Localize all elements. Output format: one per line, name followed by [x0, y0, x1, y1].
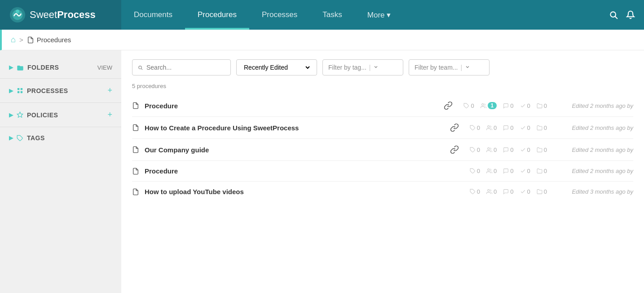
search-input[interactable]	[146, 64, 225, 71]
nav-more[interactable]: More ▾	[355, 0, 403, 30]
procedure-stats: 0 0 0 0 0	[470, 124, 547, 131]
comments-icon	[503, 103, 509, 109]
processes-expand-icon: ▶	[9, 88, 13, 94]
teams-icon	[486, 125, 492, 131]
comments-icon	[503, 189, 509, 195]
stat-comments: 0	[503, 124, 513, 131]
stat-comments: 0	[503, 188, 513, 195]
search-icon	[138, 64, 143, 71]
procedure-edited: Edited 3 months ago by	[552, 188, 633, 195]
stat-teams: 0	[486, 124, 497, 131]
filter-tag-dropdown[interactable]: Filter by tag... |	[322, 59, 403, 75]
procedure-edited: Edited 2 months ago by	[552, 168, 633, 174]
svg-line-4	[615, 17, 618, 19]
procedure-file-icon	[132, 146, 139, 153]
comments-icon	[503, 168, 509, 174]
procedure-stats: 0 0 0 0 0	[470, 146, 547, 153]
svg-point-22	[488, 190, 490, 191]
filter-bar: Recently Edited A-Z Z-A Filter by tag...…	[132, 59, 633, 75]
table-row: How to Create a Procedure Using SweetPro…	[132, 117, 633, 139]
approvals-icon	[520, 147, 526, 153]
folder-icon	[537, 125, 543, 131]
stat-teams: 1	[481, 102, 497, 109]
procedure-stats: 0 1 0 0 0	[463, 102, 547, 109]
filter-team-divider: |	[460, 64, 462, 71]
sidebar-divider-2	[0, 102, 121, 103]
svg-rect-5	[18, 88, 19, 90]
tag-icon	[463, 103, 469, 109]
policies-label: POLICIES	[27, 111, 104, 119]
stat-folders: 0	[537, 188, 547, 195]
search-button[interactable]	[609, 10, 618, 19]
breadcrumb-separator: >	[19, 36, 23, 44]
nav-processes[interactable]: Processes	[249, 0, 310, 30]
stat-comments: 0	[503, 168, 513, 174]
folders-label: FOLDERS	[27, 64, 94, 71]
procedure-stats: 0 0 0 0 0	[470, 188, 547, 195]
filter-team-dropdown[interactable]: Filter by team... |	[409, 59, 490, 75]
stat-teams: 0	[486, 146, 497, 153]
svg-point-16	[488, 125, 490, 127]
link-icon[interactable]	[450, 145, 459, 154]
procedure-list: Procedure 0 1 0	[132, 95, 633, 202]
stat-approvals: 0	[520, 124, 530, 131]
nav-tasks[interactable]: Tasks	[310, 0, 354, 30]
svg-marker-9	[17, 112, 23, 117]
breadcrumb-home[interactable]: ⌂	[11, 35, 16, 44]
svg-rect-8	[21, 91, 22, 93]
procedure-name[interactable]: Procedure	[145, 102, 438, 110]
sort-select[interactable]: Recently Edited A-Z Z-A	[242, 63, 311, 71]
sidebar-item-policies[interactable]: ▶ POLICIES +	[0, 106, 121, 124]
stat-folders: 0	[537, 146, 547, 153]
sidebar-divider-3	[0, 127, 121, 127]
logo-area[interactable]: SweetProcess	[0, 0, 121, 30]
sidebar-item-tags[interactable]: ▶ TAGS	[0, 130, 121, 146]
notifications-button[interactable]	[626, 10, 635, 19]
stat-teams: 0	[486, 188, 497, 195]
stat-tags: 0	[470, 124, 480, 131]
nav-documents[interactable]: Documents	[121, 0, 185, 30]
folder-icon	[537, 168, 543, 174]
processes-label: PROCESSES	[27, 87, 104, 94]
stat-tags: 0	[463, 102, 474, 109]
teams-icon	[486, 168, 492, 174]
procedure-name[interactable]: How to Create a Procedure Using SweetPro…	[145, 124, 445, 132]
tag-icon	[470, 147, 476, 153]
svg-point-2	[16, 10, 19, 13]
sidebar-item-processes[interactable]: ▶ PROCESSES +	[0, 81, 121, 100]
svg-point-11	[139, 66, 141, 68]
folders-view-action[interactable]: VIEW	[97, 64, 112, 71]
stat-approvals: 0	[520, 188, 530, 195]
sidebar-divider-1	[0, 78, 121, 79]
sidebar-item-folders[interactable]: ▶ FOLDERS VIEW	[0, 59, 121, 75]
logo-icon	[9, 6, 26, 23]
procedure-file-icon	[132, 168, 139, 175]
filter-tag-chevron-icon	[373, 64, 379, 71]
procedure-name[interactable]: Procedure	[145, 167, 448, 175]
procedure-edited: Edited 2 months ago by	[552, 102, 633, 109]
table-row: Our Company guide 0 0	[132, 139, 633, 161]
tags-icon	[17, 135, 23, 142]
approvals-icon	[520, 103, 526, 109]
procedure-stats: 0 0 0 0 0	[470, 168, 547, 174]
nav-procedures[interactable]: Procedures	[185, 0, 249, 30]
search-box[interactable]	[132, 59, 231, 75]
breadcrumb-current: Procedures	[27, 36, 71, 44]
nav-right-icons	[600, 0, 644, 30]
approvals-icon	[520, 125, 526, 131]
procedure-name[interactable]: How to upload YouTube videos	[145, 188, 448, 195]
approvals-icon	[520, 189, 526, 195]
stat-comments: 0	[503, 102, 513, 109]
processes-add-icon[interactable]: +	[107, 86, 112, 95]
breadcrumb-page-icon	[27, 36, 34, 44]
svg-point-14	[481, 103, 483, 105]
link-icon[interactable]	[450, 123, 459, 132]
procedure-name[interactable]: Our Company guide	[145, 146, 445, 154]
approvals-icon	[520, 168, 526, 174]
sort-dropdown[interactable]: Recently Edited A-Z Z-A	[236, 59, 317, 75]
link-icon[interactable]	[444, 101, 453, 110]
procedure-edited: Edited 2 months ago by	[552, 124, 633, 131]
policies-add-icon[interactable]: +	[107, 110, 112, 120]
sidebar: ▶ FOLDERS VIEW ▶ PROCESSES + ▶	[0, 50, 121, 293]
svg-rect-6	[18, 91, 19, 93]
